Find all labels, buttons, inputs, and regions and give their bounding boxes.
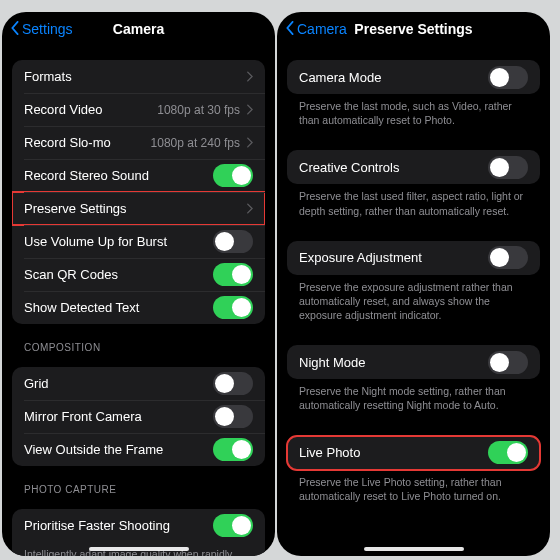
settings-row[interactable]: View Outside the Frame [12, 433, 265, 466]
toggle-switch[interactable] [213, 164, 253, 187]
toggle-switch[interactable] [213, 372, 253, 395]
row-label: Show Detected Text [24, 300, 213, 315]
chevron-right-icon [246, 137, 253, 148]
nav-bar: Camera Preserve Settings [277, 12, 550, 46]
settings-row[interactable]: Grid [12, 367, 265, 400]
content: FormatsRecord Video1080p at 30 fpsRecord… [2, 46, 275, 556]
chevron-right-icon [246, 71, 253, 82]
row-value: 1080p at 240 fps [151, 136, 240, 150]
row-label: Formats [24, 69, 246, 84]
camera-settings-screen: Settings Camera FormatsRecord Video1080p… [2, 12, 275, 556]
row-description: Preserve the Live Photo setting, rather … [287, 470, 540, 512]
row-label: Record Video [24, 102, 157, 117]
home-indicator[interactable] [89, 547, 189, 551]
settings-row[interactable]: Show Detected Text [12, 291, 265, 324]
toggle-switch[interactable] [213, 263, 253, 286]
row-label: Creative Controls [299, 160, 488, 175]
chevron-left-icon [285, 21, 295, 38]
toggle-switch[interactable] [488, 156, 528, 179]
row-label: Record Stereo Sound [24, 168, 213, 183]
row-label: Grid [24, 376, 213, 391]
toggle-switch[interactable] [213, 438, 253, 461]
preserve-setting-group: Exposure Adjustment [287, 241, 540, 275]
toggle-switch[interactable] [488, 66, 528, 89]
row-description: Preserve the last mode, such as Video, r… [287, 94, 540, 136]
section-header-photo-capture: PHOTO CAPTURE [24, 484, 265, 495]
chevron-right-icon [246, 104, 253, 115]
chevron-left-icon [10, 21, 20, 38]
row-label: Mirror Front Camera [24, 409, 213, 424]
settings-row[interactable]: Creative Controls [287, 150, 540, 184]
row-label: Preserve Settings [24, 201, 246, 216]
section-header-composition: COMPOSITION [24, 342, 265, 353]
row-description: Preserve the exposure adjustment rather … [287, 275, 540, 332]
row-label: Scan QR Codes [24, 267, 213, 282]
row-label: Camera Mode [299, 70, 488, 85]
settings-row[interactable]: Scan QR Codes [12, 258, 265, 291]
settings-row[interactable]: Mirror Front Camera [12, 400, 265, 433]
preserve-setting-group: Camera Mode [287, 60, 540, 94]
back-button[interactable]: Settings [10, 21, 73, 38]
settings-row[interactable]: Use Volume Up for Burst [12, 225, 265, 258]
nav-bar: Settings Camera [2, 12, 275, 46]
settings-row[interactable]: Preserve Settings [12, 192, 265, 225]
settings-row[interactable]: Record Slo-mo1080p at 240 fps [12, 126, 265, 159]
settings-row[interactable]: Prioritise Faster Shooting [12, 509, 265, 542]
toggle-switch[interactable] [213, 514, 253, 537]
toggle-switch[interactable] [213, 296, 253, 319]
toggle-switch[interactable] [213, 405, 253, 428]
settings-row[interactable]: Camera Mode [287, 60, 540, 94]
back-button[interactable]: Camera [285, 21, 347, 38]
preserve-settings-screen: Camera Preserve Settings Camera ModePres… [277, 12, 550, 556]
settings-row[interactable]: Exposure Adjustment [287, 241, 540, 275]
page-title: Camera [113, 21, 164, 37]
settings-group-main: FormatsRecord Video1080p at 30 fpsRecord… [12, 60, 265, 324]
settings-row[interactable]: Record Video1080p at 30 fps [12, 93, 265, 126]
settings-group-composition: GridMirror Front CameraView Outside the … [12, 367, 265, 466]
row-value: 1080p at 30 fps [157, 103, 240, 117]
back-label: Settings [22, 21, 73, 37]
settings-row[interactable]: Live Photo [287, 436, 540, 470]
settings-row[interactable]: Night Mode [287, 345, 540, 379]
toggle-switch[interactable] [488, 441, 528, 464]
settings-row[interactable]: Formats [12, 60, 265, 93]
row-label: Night Mode [299, 355, 488, 370]
home-indicator[interactable] [364, 547, 464, 551]
toggle-switch[interactable] [213, 230, 253, 253]
preserve-setting-group: Night Mode [287, 345, 540, 379]
row-label: Exposure Adjustment [299, 250, 488, 265]
row-description: Preserve the last used filter, aspect ra… [287, 184, 540, 226]
content: Camera ModePreserve the last mode, such … [277, 46, 550, 556]
preserve-setting-group: Live Photo [287, 436, 540, 470]
page-title: Preserve Settings [354, 21, 472, 37]
chevron-right-icon [246, 203, 253, 214]
settings-row[interactable]: Record Stereo Sound [12, 159, 265, 192]
row-label: Use Volume Up for Burst [24, 234, 213, 249]
row-label: Prioritise Faster Shooting [24, 518, 213, 533]
toggle-switch[interactable] [488, 246, 528, 269]
row-description: Preserve the Night mode setting, rather … [287, 379, 540, 421]
row-label: View Outside the Frame [24, 442, 213, 457]
back-label: Camera [297, 21, 347, 37]
row-label: Live Photo [299, 445, 488, 460]
preserve-setting-group: Creative Controls [287, 150, 540, 184]
row-label: Record Slo-mo [24, 135, 151, 150]
toggle-switch[interactable] [488, 351, 528, 374]
